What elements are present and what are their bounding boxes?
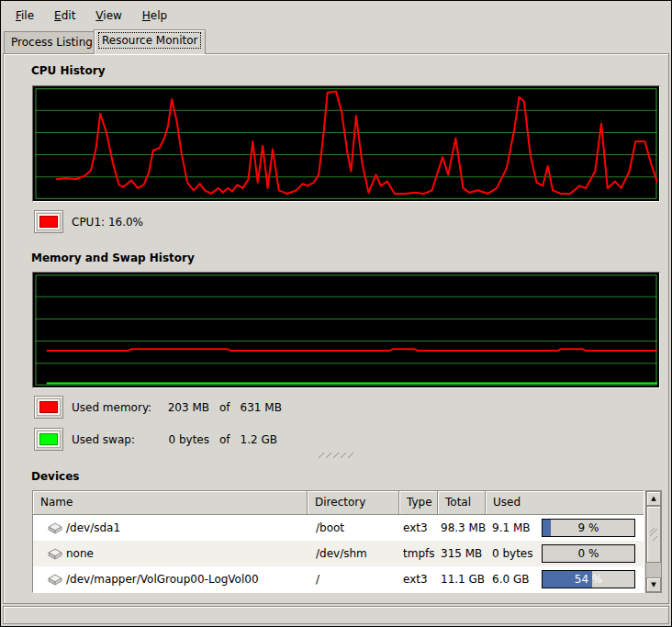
column-header-type[interactable]: Type [399, 491, 438, 515]
table-row[interactable]: none /dev/shm tmpfs 315 MB 0 bytes 0 % [33, 541, 644, 566]
usage-progressbar: 54 % [542, 570, 635, 588]
used-memory-legend: Used memory: 203 MB of 631 MB [72, 396, 282, 419]
menu-edit[interactable]: Edit [44, 5, 85, 27]
menubar: File Edit View Help [2, 2, 670, 29]
device-total: 98.3 MB [438, 521, 486, 534]
used-memory-of: of [219, 401, 230, 414]
device-name: /dev/mapper/VolGroup00-LogVol00 [66, 573, 259, 586]
column-header-total[interactable]: Total [438, 491, 486, 515]
vertical-scrollbar[interactable]: ▲ ▼ [645, 490, 662, 593]
scroll-down-button[interactable]: ▼ [646, 577, 661, 592]
device-name: none [66, 547, 94, 560]
disk-icon [48, 522, 62, 534]
devices-table-header: Name Directory Type Total Used [33, 491, 644, 515]
table-row[interactable]: /dev/sda1 /boot ext3 98.3 MB 9.1 MB 9 % [33, 515, 644, 541]
device-used: 0 bytes [492, 547, 540, 560]
cpu-history-title: CPU History [31, 64, 106, 77]
tab-process-listing[interactable]: Process Listing [4, 31, 100, 54]
column-header-name[interactable]: Name [33, 491, 308, 515]
pane-resize-grip-icon[interactable] [318, 450, 356, 459]
menu-help[interactable]: Help [132, 5, 177, 27]
used-memory-value: 203 MB [162, 401, 209, 414]
used-memory-color-button[interactable] [34, 396, 63, 419]
used-memory-label: Used memory: [72, 401, 162, 414]
usage-percent-label: 9 % [543, 520, 634, 536]
resource-monitor-page: CPU History CPU1: 16.0% Memory and Swap … [3, 53, 669, 604]
device-total: 11.1 GB [438, 573, 486, 586]
cpu-history-chart [35, 88, 657, 199]
device-type: tmpfs [399, 547, 438, 560]
devices-table: Name Directory Type Total Used /dev/sda1… [32, 490, 644, 593]
device-type: ext3 [399, 573, 438, 586]
device-directory: /boot [308, 521, 399, 534]
device-used: 6.0 GB [492, 573, 540, 586]
usage-percent-label: 54 % [543, 571, 634, 588]
used-swap-of: of [219, 433, 230, 446]
scrollbar-thumb[interactable] [646, 506, 661, 563]
used-memory-total: 631 MB [241, 401, 282, 414]
disk-icon [48, 548, 62, 560]
used-swap-swatch-icon [39, 433, 58, 445]
used-swap-total: 1.2 GB [241, 433, 277, 446]
usage-percent-label: 0 % [543, 545, 634, 562]
usage-progressbar: 0 % [542, 544, 635, 563]
column-header-directory[interactable]: Directory [308, 491, 399, 515]
memory-swap-chart [35, 274, 657, 386]
memory-swap-graph [32, 272, 660, 388]
statusbar [3, 606, 669, 624]
cpu1-usage-label: CPU1: 16.0% [72, 216, 143, 229]
tab-resource-monitor[interactable]: Resource Monitor [94, 29, 206, 54]
used-swap-value: 0 bytes [162, 433, 209, 446]
device-used: 9.1 MB [492, 521, 540, 534]
device-name: /dev/sda1 [66, 521, 120, 534]
used-swap-legend: Used swap: 0 bytes of 1.2 GB [72, 428, 277, 451]
scroll-up-button[interactable]: ▲ [646, 491, 661, 506]
used-swap-label: Used swap: [72, 433, 162, 446]
usage-progressbar: 9 % [542, 519, 635, 537]
table-row[interactable]: /dev/mapper/VolGroup00-LogVol00 / ext3 1… [33, 566, 644, 592]
devices-title: Devices [31, 470, 79, 483]
cpu-history-graph [32, 85, 660, 202]
memory-swap-title: Memory and Swap History [31, 252, 195, 264]
system-monitor-window: File Edit View Help Process Listing Reso… [0, 0, 672, 627]
menu-view[interactable]: View [85, 5, 131, 27]
column-header-used[interactable]: Used [486, 491, 644, 515]
thumb-grip-icon [649, 528, 658, 541]
used-memory-swatch-icon [39, 401, 58, 413]
cpu1-color-swatch-icon [39, 216, 58, 228]
device-type: ext3 [399, 521, 438, 534]
cpu-legend: CPU1: 16.0% [72, 210, 143, 233]
up-arrow-icon: ▲ [651, 496, 655, 502]
device-total: 315 MB [438, 547, 486, 560]
disk-icon [48, 574, 62, 586]
used-swap-color-button[interactable] [34, 428, 63, 451]
menu-file[interactable]: File [6, 5, 44, 27]
cpu1-color-button[interactable] [34, 210, 63, 233]
device-directory: / [308, 573, 399, 586]
device-directory: /dev/shm [308, 547, 399, 560]
down-arrow-icon: ▼ [651, 582, 655, 588]
